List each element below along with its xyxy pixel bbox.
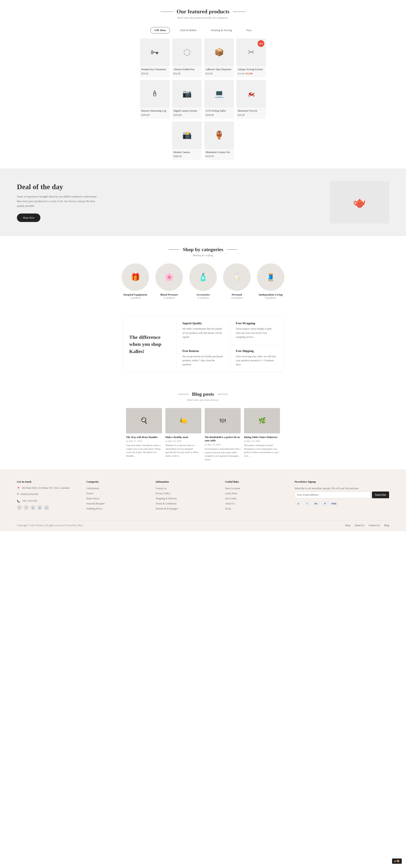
product-card[interactable]: LCD Writing Tablet$250.00 [204,80,234,119]
difference-item: Free WrappingUpon request, items bought … [230,317,283,344]
deal-section: Deal of the day Years of experience brou… [0,168,406,236]
footer-contact-heading: Get in touch [17,480,80,484]
footer-information-link[interactable]: Contact us [156,487,219,490]
tab-kids-&-babies[interactable]: Kids & Babies [176,27,201,33]
footer-bottom-link[interactable]: Contact Us [369,524,380,527]
footer-information-link[interactable]: Shipping & Delivery [156,497,219,500]
google-icon[interactable]: g [37,505,42,510]
product-price: $120.00 [206,155,232,158]
deal-image: 🫖 [330,181,389,223]
mastercard-icon: MC [312,501,320,506]
blog-card[interactable]: 🌿 Dining Table Chairs Makeover on May 26… [244,408,280,461]
pinterest-icon[interactable]: p [30,505,35,510]
twitter-icon[interactable]: t [24,505,29,510]
product-card[interactable]: Minimalist Ceramic Pot$120.00 [204,121,234,160]
footer-information-link[interactable]: Returns & Exchanges [156,507,219,510]
category-item[interactable]: 🧵 Imdependent Living 8 products [257,264,284,300]
footer-bottom-link[interactable]: About Us [354,524,364,527]
footer-useful-link[interactable]: FAQs [225,507,288,510]
category-name: Blood Pressure [155,293,183,297]
blog-card[interactable]: 🍳 Tile Tray with Brass Handles on May 27… [126,408,162,461]
footer-information-link[interactable]: Privacy Policy [156,492,219,495]
difference-section: The difference when you shop Kalles! Sup… [123,316,283,372]
product-image [172,38,202,66]
footer-category-link[interactable]: Celebrations [86,487,149,490]
footer-bottom-link[interactable]: Shop [345,524,350,527]
category-image: 🥛 [223,264,251,291]
product-image [204,121,234,149]
product-tabs: Gift IdeasKids & BabiesKnitting & Sewing… [0,24,406,38]
category-item[interactable]: 🌸 Blood Pressure 15 products [155,264,183,300]
product-card[interactable]: Motorized Tricycle$35.00 [237,80,266,119]
category-item[interactable]: 🧴 Accessories 12 products [189,264,217,300]
product-card[interactable]: Bouncer Measuring Cup$350.00 [140,80,169,119]
subscribe-button[interactable]: Subscribe [372,492,389,498]
footer-useful-link[interactable]: Store Location [225,487,288,490]
product-card[interactable]: Abstract Folded Pots$52.00 [172,38,202,78]
footer-newsletter-col: Newsletter Signup Subscribe to our newsl… [294,480,389,512]
blog-post-date: on May 27, 2020 [126,440,162,442]
tab-toys[interactable]: Toys [242,27,256,33]
diff-item-title: Free Returns [183,349,224,353]
product-card[interactable]: Pendant Key Ornaments$35.00 [140,38,169,78]
product-price: $35.00 [238,114,265,117]
blog-post-title: Dining Table Chairs Makeover [244,435,280,439]
footer-category-link[interactable]: Wedding Decor [86,507,149,510]
categories-subtitle: Making & crafting [4,254,402,257]
blog-card[interactable]: 🍽 The Bombshell is a perfect fit on your… [205,408,241,461]
featured-subtitle: Don't miss any featured product by categ… [4,16,402,20]
product-card[interactable]: Digital Camera System$350.00 [172,80,202,119]
footer-category-link[interactable]: Events [86,492,149,495]
footer-bottom-link[interactable]: Blog [384,524,389,527]
category-image: 🌸 [155,264,183,291]
diff-item-body: We make commitments that the quality of … [183,327,224,339]
footer-category-link[interactable]: Home Decor [86,497,149,500]
product-icon [214,89,224,98]
footer-useful-link[interactable]: Latest Posts [225,492,288,495]
footer-information-heading: Infomation [156,480,219,484]
product-name: Abstract Folded Pots [174,68,200,71]
product-price: $52.00 [174,72,200,75]
product-price: $16.00$12.00 [238,72,265,75]
footer-useful-link[interactable]: Size Guide [225,497,288,500]
footer-phone: 📞 +001 2233 456 [17,499,80,503]
footer-information-link[interactable]: Terms & Conditions [156,502,219,505]
footer-category-link[interactable]: Seasonal Bouquet [86,502,149,505]
youtube-icon[interactable]: y [44,505,49,510]
difference-item: Free ShippingOnce receiving your order, … [230,344,283,372]
category-item[interactable]: 🥛 Personal 18 products [223,264,251,300]
product-price: $250.00 [206,114,232,117]
product-name: Pendant Key Ornaments [141,68,168,71]
blog-section: Blog posts Don't miss any news from us 🍳… [0,381,406,470]
newsletter-form: Subscribe [294,492,389,498]
footer-bottom: Copyright © 2021 Renata's all rights res… [17,520,389,527]
product-card[interactable]: Adhesive Tape Dispenser$15.00 [204,38,234,78]
product-image [140,80,169,107]
facebook-icon[interactable]: f [17,505,22,510]
categories-section: Shop by categories Making & crafting 🎁 H… [0,236,406,308]
product-image [204,80,234,107]
category-item[interactable]: 🎁 Hospital Equipment 7 products [122,264,149,300]
product-icon [247,89,255,98]
footer-useful-link[interactable]: About Us [225,502,288,505]
newsletter-email-input[interactable] [294,492,371,498]
product-name: Adhesive Tape Dispenser [206,68,232,71]
tab-gift-ideas[interactable]: Gift Ideas [150,27,170,33]
blog-post-excerpt: Each bouquet is hand-delivered with a cu… [205,447,241,461]
footer-information-col: Infomation Contact usPrivacy PolicyShipp… [156,480,219,512]
category-name: Accessories [189,293,217,297]
tab-knitting-&-sewing[interactable]: Knitting & Sewing [207,27,236,33]
product-card[interactable]: Modern Camera$380.00 [172,121,202,160]
blog-title: Blog posts [4,391,402,397]
discount-badge: -20% [257,40,264,47]
product-image [237,80,266,107]
shop-now-button[interactable]: Shop Now [17,214,40,222]
product-name: Antique Sewing Scissors [238,68,265,71]
newsletter-text: Subscribe to our newsletter and get 10% … [294,487,389,490]
product-name: Modern Camera [174,151,200,154]
product-card[interactable]: -20%Antique Sewing Scissors$16.00$12.00 [237,38,266,78]
blog-image: 🌿 [244,408,280,433]
diff-item-title: Free Wrapping [236,322,277,325]
diff-item-body: Once receiving your order, we will turn … [236,354,277,367]
blog-card[interactable]: 🍋 Make a healthy meal on May 26, 2020 Wh… [165,408,201,461]
